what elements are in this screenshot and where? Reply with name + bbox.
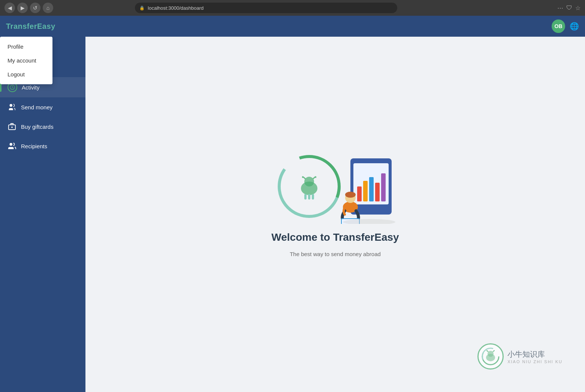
dropdown-item-my-account[interactable]: My account xyxy=(0,54,52,67)
svg-rect-18 xyxy=(375,183,380,201)
watermark-chinese: 小牛知识库 xyxy=(507,349,563,359)
buy-giftcards-icon xyxy=(7,122,16,131)
reload-button[interactable]: ↺ xyxy=(30,3,40,13)
navbar-right: OB 🌐 xyxy=(552,19,579,33)
watermark: 小牛知识库 XIAO NIU ZHI SHI KU xyxy=(477,343,563,370)
dropdown-menu: Profile My account Logout xyxy=(0,37,52,84)
browser-chrome: ◀ ▶ ↺ ⌂ 🔒 localhost:3000/dashboard ⋯ 🛡 ☆ xyxy=(0,0,585,16)
send-money-label: Send money xyxy=(21,104,52,110)
watermark-pinyin: XIAO NIU ZHI SHI KU xyxy=(507,359,563,364)
recipients-label: Recipients xyxy=(21,143,47,149)
bookmark-button[interactable]: ☆ xyxy=(575,4,581,12)
dashboard-illustration xyxy=(257,149,414,224)
svg-rect-10 xyxy=(304,194,307,200)
welcome-subtitle: The best way to send money abroad xyxy=(290,251,381,257)
buy-giftcards-label: Buy giftcards xyxy=(21,124,54,130)
svg-point-5 xyxy=(10,143,12,146)
main-content: Welcome to TransferEasy The best way to … xyxy=(85,37,585,392)
watermark-logo xyxy=(477,343,504,370)
translate-button[interactable]: 🌐 xyxy=(570,22,579,31)
sidebar: Profile My account Logout Activity xyxy=(0,37,85,392)
top-navbar: TransferEasy OB 🌐 xyxy=(0,16,585,37)
browser-menu-button[interactable]: ⋯ xyxy=(557,4,563,12)
brand-name: TransferEasy xyxy=(6,22,55,31)
welcome-title: Welcome to TransferEasy xyxy=(271,231,399,243)
address-bar[interactable]: 🔒 localhost:3000/dashboard xyxy=(135,3,397,13)
svg-rect-12 xyxy=(312,194,314,200)
svg-point-22 xyxy=(345,192,356,198)
welcome-section: Welcome to TransferEasy The best way to … xyxy=(257,149,414,257)
svg-point-9 xyxy=(304,177,314,186)
sidebar-item-send-money[interactable]: Send money xyxy=(0,97,85,117)
back-button[interactable]: ◀ xyxy=(4,3,15,13)
recipients-icon xyxy=(7,142,16,151)
main-area: Profile My account Logout Activity xyxy=(0,37,585,392)
browser-actions: ⋯ 🛡 ☆ xyxy=(557,4,581,12)
avatar-button[interactable]: OB xyxy=(552,19,565,33)
svg-rect-11 xyxy=(308,194,310,200)
dropdown-item-logout[interactable]: Logout xyxy=(0,67,52,81)
svg-rect-15 xyxy=(357,186,362,201)
dropdown-item-profile[interactable]: Profile xyxy=(0,40,52,54)
browser-nav-buttons: ◀ ▶ ↺ ⌂ xyxy=(4,3,53,13)
url-text: localhost:3000/dashboard xyxy=(148,5,203,11)
svg-rect-19 xyxy=(381,173,386,201)
svg-point-1 xyxy=(10,104,12,107)
forward-button[interactable]: ▶ xyxy=(17,3,28,13)
app-container: TransferEasy OB 🌐 Profile My account Log… xyxy=(0,16,585,392)
send-money-icon xyxy=(7,103,16,112)
svg-rect-16 xyxy=(363,181,368,201)
activity-label: Activity xyxy=(22,84,40,91)
svg-rect-17 xyxy=(369,177,374,201)
sidebar-item-buy-giftcards[interactable]: Buy giftcards xyxy=(0,117,85,136)
watermark-text: 小牛知识库 XIAO NIU ZHI SHI KU xyxy=(507,349,563,364)
sidebar-item-recipients[interactable]: Recipients xyxy=(0,136,85,156)
welcome-illustration xyxy=(257,149,414,224)
shield-button[interactable]: 🛡 xyxy=(566,4,572,11)
lock-icon: 🔒 xyxy=(139,6,145,10)
home-button[interactable]: ⌂ xyxy=(43,3,53,13)
